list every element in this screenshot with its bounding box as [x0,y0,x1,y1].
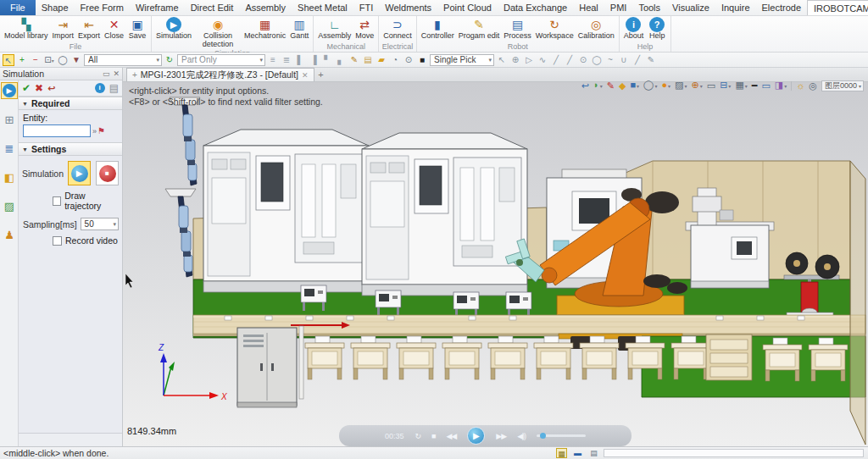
section-view-icon[interactable]: ⊟ [720,80,731,91]
background-icon[interactable]: ▨ [675,80,687,91]
menu-item[interactable]: Point Cloud [437,0,498,15]
settings-section-header[interactable]: Settings [19,142,122,156]
sheet-icon[interactable]: ▤ [362,54,374,66]
ribbon-button[interactable]: i About [622,17,646,41]
spline-icon[interactable]: ∿ [537,54,548,66]
play-simulation-button[interactable]: ▶ [68,161,91,185]
menu-item[interactable]: Free Form [75,0,130,15]
menu-item[interactable]: Inquire [715,0,756,15]
tool-cabinet[interactable] [706,335,752,380]
safety-fence-right[interactable] [850,161,865,445]
new-tab-button[interactable]: + [314,69,328,81]
stop-simulation-button[interactable]: ■ [96,161,119,185]
ribbon-button[interactable]: ◉ Collision detection [194,17,242,48]
menu-item[interactable]: Wireframe [130,0,185,15]
menu-item[interactable]: Direct Edit [185,0,240,15]
filter-icon[interactable]: ▼ [70,54,82,66]
remove-select-icon[interactable]: − [30,54,42,66]
document-tab[interactable]: + MPGI-2301完成2程序修改.Z3 - [Default] ✕ [126,68,314,81]
panel-tab[interactable]: ◧ [1,169,18,185]
forward-icon[interactable]: ▶▶ [496,432,506,440]
cancel-button[interactable]: ✖ [35,82,43,94]
add-select-icon[interactable]: + [16,54,28,66]
pick-mode-combo[interactable]: Single Pick▾ [430,54,494,66]
wireframe-view-icon[interactable]: ◯ [643,80,657,91]
display-settings-icon[interactable]: ▦ [735,80,747,91]
ribbon-button[interactable]: ? Help [646,17,668,41]
history-icon[interactable]: ◔ [389,54,401,66]
pick-style-icon[interactable]: ⊡ [43,54,55,66]
panel-tab[interactable]: ♟ [1,226,18,243]
lightbulb-icon[interactable]: ☼ [796,80,804,91]
slider-knob[interactable] [540,433,546,439]
menu-item[interactable]: Sheet Metal [292,0,353,15]
window-zoom-icon[interactable]: ▭ [707,80,715,91]
playback-slider[interactable] [537,434,586,437]
pick-last-icon[interactable]: ▌ [294,54,306,66]
arc-icon[interactable]: ∪ [618,54,630,66]
curve-icon[interactable]: ~ [604,54,616,66]
line-icon[interactable]: ╱ [550,54,562,66]
ok-button[interactable]: ✔ [22,82,31,94]
menu-item[interactable]: Heal [573,0,604,15]
panel-tab[interactable]: ⊞ [1,111,18,128]
select-cursor-icon[interactable]: ↖ [3,54,14,66]
show-target-icon[interactable]: ◗ [593,80,603,91]
entity-input[interactable] [23,124,91,137]
panel-tab[interactable]: ▨ [1,197,18,214]
annotate-icon[interactable]: ✎ [607,80,615,91]
ribbon-button[interactable]: ⇤ Export [76,17,102,41]
draw-trajectory-checkbox[interactable] [53,196,61,206]
ribbon-button[interactable]: ▶ Simulation [154,17,193,41]
target-icon[interactable]: ⊙ [403,54,415,66]
list2-icon[interactable]: ≣ [281,54,292,66]
grid-toggle-icon[interactable]: ▦ [556,448,567,458]
panel-tab[interactable]: ≣ [1,140,18,157]
stop-icon[interactable]: ■ [431,432,435,440]
diagonal-icon[interactable]: ╱ [632,54,643,66]
layer-selector[interactable]: 图层0000▾ [821,80,864,91]
render-mode-icon[interactable]: ● [661,80,670,91]
sampling-combo[interactable]: 50▾ [81,218,119,230]
ribbon-button[interactable]: ▦ Mechatronic [242,17,287,41]
loop-icon[interactable]: ↻ [415,432,420,440]
ribbon-button[interactable]: ▮ Controller [420,17,456,41]
doc-icon[interactable]: ▤ [109,82,119,94]
electrical-cabinet[interactable] [237,326,303,407]
ribbon-button[interactable]: ▥ Gantt [288,17,310,41]
center-snap-icon[interactable]: ⊕ [509,54,521,66]
ribbon-button[interactable]: ✕ Close [103,17,125,41]
status-field[interactable] [604,449,864,457]
refresh-icon[interactable]: ↻ [164,54,175,66]
menu-item[interactable]: Tools [632,0,666,15]
menu-item[interactable]: PMI [604,0,633,15]
shaded-view-icon[interactable]: ■ [630,80,639,91]
required-section-header[interactable]: Required [19,97,122,110]
menu-item[interactable]: FTI [353,0,380,15]
expand-options-icon[interactable]: » [92,127,96,135]
viewport-bg-icon[interactable]: ▭ [761,80,770,91]
ribbon-button[interactable]: ⇥ Import [51,17,76,41]
snap-cursor-icon[interactable]: ↖ [496,54,508,66]
file-menu-button[interactable]: File [0,0,36,15]
record-stop-icon[interactable]: ■ [416,54,428,66]
menu-item[interactable]: Visualize [666,0,715,15]
scene-canvas[interactable]: Z X [123,82,868,446]
ribbon-button[interactable]: ⊃ Connect [381,17,414,41]
list-icon[interactable]: ≡ [267,54,279,66]
folder-icon[interactable]: ▰ [376,54,387,66]
macro-play-icon[interactable]: ▷ [523,54,535,66]
rewind-icon[interactable]: ◀◀ [446,432,456,440]
pen-icon[interactable]: ✎ [645,54,657,66]
menu-item[interactable]: Weldments [379,0,437,15]
calendar-icon[interactable]: ▤ [588,448,599,458]
ribbon-button[interactable]: ◎ Calibration [576,17,616,41]
ring-icon[interactable]: ◎ [809,80,817,91]
notes-icon[interactable]: ✎ [348,54,360,66]
volume-icon[interactable]: ◀)) [517,432,526,440]
pick-entity-icon[interactable]: ⚑ [97,126,105,135]
ribbon-button[interactable]: ↻ Workspace [534,17,576,41]
ribbon-button[interactable]: ∟ Assembly [316,17,353,41]
ribbon-button[interactable]: ▚ Model library [3,17,50,41]
info-icon[interactable]: i [95,83,105,93]
